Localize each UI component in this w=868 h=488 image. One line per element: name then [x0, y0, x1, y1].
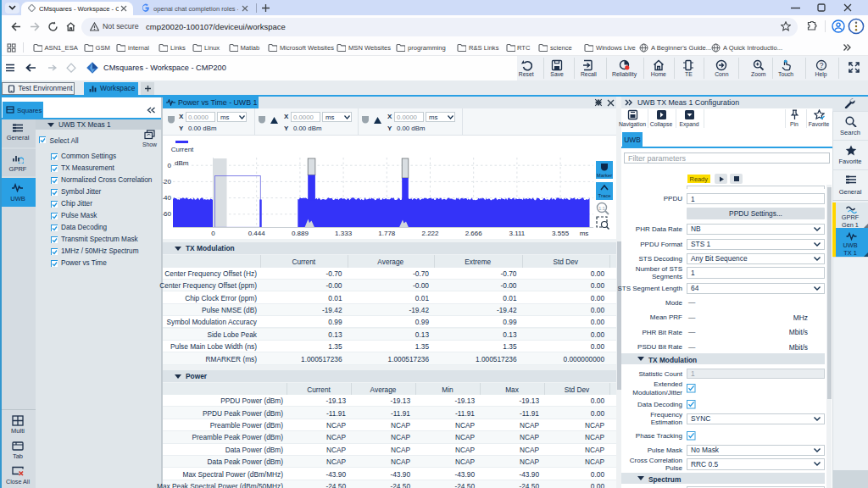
- svg-text:-60: -60: [163, 210, 172, 218]
- svg-text:0.444: 0.444: [248, 230, 266, 237]
- svg-text:0: 0: [211, 230, 215, 237]
- svg-text:?: ?: [819, 60, 823, 69]
- svg-text:-40: -40: [163, 194, 172, 202]
- svg-text:3.111: 3.111: [509, 230, 525, 237]
- svg-text:1.333: 1.333: [335, 230, 353, 237]
- svg-text:2.222: 2.222: [421, 230, 439, 237]
- svg-text:0.889: 0.889: [292, 230, 309, 237]
- svg-text:-20: -20: [163, 178, 172, 186]
- svg-text:dBm: dBm: [175, 159, 189, 167]
- svg-text:1:1: 1:1: [598, 206, 605, 211]
- svg-text:2.666: 2.666: [465, 230, 483, 237]
- svg-text:0: 0: [168, 162, 172, 169]
- svg-text:1.778: 1.778: [378, 230, 396, 237]
